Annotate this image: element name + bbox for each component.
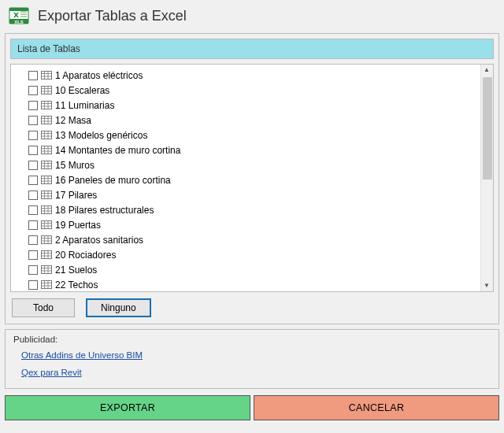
- checkbox[interactable]: [28, 191, 38, 200]
- list-item-label: 19 Puertas: [55, 220, 101, 231]
- checkbox[interactable]: [28, 71, 38, 80]
- table-icon: [41, 280, 52, 289]
- action-row: EXPORTAR CANCELAR: [5, 395, 499, 420]
- list-item-label: 20 Rociadores: [55, 250, 116, 261]
- checkbox[interactable]: [28, 265, 38, 275]
- list-item-label: 10 Escaleras: [55, 85, 109, 96]
- list-item[interactable]: 2 Aparatos sanitarios: [16, 232, 480, 247]
- checkbox[interactable]: [28, 280, 38, 290]
- svg-rect-22: [42, 117, 52, 124]
- list-item-label: 11 Luminarias: [55, 100, 114, 111]
- svg-rect-37: [42, 161, 52, 169]
- list-item-label: 18 Pilares estructurales: [55, 205, 154, 216]
- table-icon: [41, 265, 52, 274]
- table-icon: [41, 116, 52, 124]
- table-icon: [41, 191, 52, 199]
- checkbox[interactable]: [28, 86, 38, 95]
- list-item[interactable]: 12 Masa: [16, 113, 480, 128]
- svg-rect-52: [42, 206, 52, 214]
- cancel-button[interactable]: CANCELAR: [254, 395, 499, 420]
- table-icon: [41, 146, 52, 154]
- list-item[interactable]: 19 Puertas: [16, 217, 480, 232]
- excel-icon: XLS: [8, 5, 30, 27]
- table-icon: [41, 220, 52, 229]
- list-item-label: 14 Montantes de muro cortina: [55, 145, 180, 156]
- svg-rect-62: [42, 236, 52, 244]
- list-item-label: 16 Paneles de muro cortina: [55, 175, 171, 186]
- list-item[interactable]: 22 Techos: [16, 277, 480, 291]
- titlebar: XLS Exportar Tablas a Excel: [0, 0, 504, 33]
- checkbox[interactable]: [28, 116, 38, 125]
- table-icon: [41, 71, 52, 80]
- checkbox[interactable]: [28, 101, 38, 110]
- svg-rect-67: [42, 251, 52, 259]
- dialog-title: Exportar Tablas a Excel: [38, 8, 187, 24]
- table-icon: [41, 235, 52, 244]
- list-item-label: 13 Modelos genéricos: [55, 130, 147, 141]
- checkbox[interactable]: [28, 176, 38, 185]
- list-item[interactable]: 11 Luminarias: [16, 98, 480, 113]
- svg-rect-57: [42, 221, 52, 229]
- svg-rect-32: [42, 146, 52, 154]
- list-item-label: 2 Aparatos sanitarios: [55, 235, 143, 246]
- export-button[interactable]: EXPORTAR: [5, 395, 250, 420]
- list-header: Lista de Tablas: [10, 39, 494, 59]
- table-icon: [41, 131, 52, 139]
- dialog-window: XLS Exportar Tablas a Excel Lista de Tab…: [0, 0, 504, 433]
- list-item[interactable]: 10 Escaleras: [16, 83, 480, 98]
- svg-rect-72: [42, 266, 52, 274]
- table-icon: [41, 161, 52, 169]
- ad-label: Publicidad:: [13, 335, 491, 344]
- table-icon: [41, 86, 52, 94]
- list-scroll-area[interactable]: 1 Aparatos eléctricos10 Escaleras11 Lumi…: [11, 65, 480, 291]
- ad-link-1[interactable]: Otras Addins de Universo BIM: [21, 347, 143, 365]
- scrollbar[interactable]: ▲ ▼: [480, 65, 493, 291]
- scroll-thumb[interactable]: [483, 77, 492, 179]
- svg-rect-1: [9, 8, 28, 11]
- svg-rect-27: [42, 131, 52, 139]
- content-panel: Lista de Tablas 1 Aparatos eléctricos10 …: [5, 33, 499, 324]
- svg-text:XLS: XLS: [14, 20, 24, 24]
- list-item[interactable]: 16 Paneles de muro cortina: [16, 172, 480, 187]
- checkbox[interactable]: [28, 131, 38, 140]
- checkbox[interactable]: [28, 235, 38, 245]
- select-all-button[interactable]: Todo: [12, 298, 75, 317]
- checkbox[interactable]: [28, 205, 38, 215]
- table-icon: [41, 205, 52, 214]
- list-item-label: 21 Suelos: [55, 265, 97, 276]
- select-none-button[interactable]: Ninguno: [86, 298, 151, 317]
- list-item[interactable]: 20 Rociadores: [16, 247, 480, 262]
- table-icon: [41, 250, 52, 259]
- svg-rect-7: [42, 72, 52, 80]
- ad-link-2[interactable]: Qex para Revit: [21, 365, 82, 382]
- list-item[interactable]: 18 Pilares estructurales: [16, 202, 480, 217]
- list-item[interactable]: 17 Pilares: [16, 187, 480, 202]
- list-item-label: 12 Masa: [55, 115, 91, 126]
- list-item-label: 15 Muros: [55, 160, 94, 171]
- scroll-down-icon[interactable]: ▼: [484, 283, 490, 289]
- scroll-up-icon[interactable]: ▲: [484, 67, 490, 73]
- svg-rect-77: [42, 281, 52, 289]
- list-item-label: 17 Pilares: [55, 190, 97, 201]
- svg-rect-12: [42, 87, 52, 94]
- list-item-label: 1 Aparatos eléctricos: [55, 70, 143, 81]
- list-item[interactable]: 1 Aparatos eléctricos: [16, 68, 480, 83]
- table-icon: [41, 101, 52, 109]
- svg-rect-42: [42, 176, 52, 184]
- list-item[interactable]: 15 Muros: [16, 157, 480, 172]
- svg-rect-17: [42, 102, 52, 109]
- selection-buttons: Todo Ninguno: [10, 298, 494, 319]
- svg-rect-47: [42, 191, 52, 199]
- table-icon: [41, 176, 52, 184]
- checkbox[interactable]: [28, 220, 38, 230]
- ad-panel: Publicidad: Otras Addins de Universo BIM…: [5, 329, 499, 389]
- list-box: 1 Aparatos eléctricos10 Escaleras11 Lumi…: [10, 64, 494, 292]
- checkbox[interactable]: [28, 146, 38, 155]
- list-item[interactable]: 14 Montantes de muro cortina: [16, 142, 480, 157]
- checkbox[interactable]: [28, 161, 38, 170]
- checkbox[interactable]: [28, 250, 38, 260]
- list-item[interactable]: 21 Suelos: [16, 262, 480, 277]
- list-item[interactable]: 13 Modelos genéricos: [16, 128, 480, 142]
- list-item-label: 22 Techos: [55, 279, 98, 291]
